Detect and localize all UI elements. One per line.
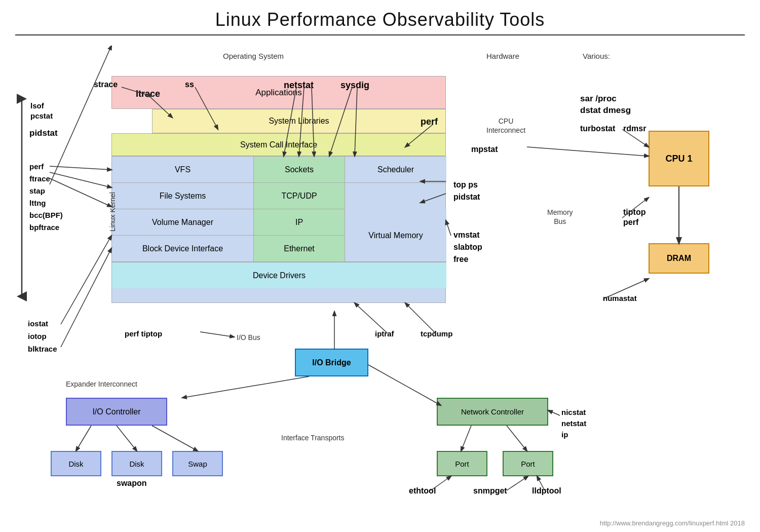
vfs-layer: VFS [112,157,254,183]
strace-label: strace [94,80,118,89]
svg-line-22 [76,426,91,451]
lsof-label: lsof [30,101,44,110]
sysdig-label: sysdig [340,80,369,91]
cpu-interconnect-label: CPUInterconnect [486,117,525,135]
disk1-box: Disk [51,451,101,476]
tcpudp-layer: TCP/UDP [254,183,345,209]
applications-layer: Applications [111,76,446,109]
lttng-label: lttng [29,199,46,207]
svg-line-24 [152,426,198,451]
interface-transports-label: Interface Transports [281,434,345,442]
perf-right-label: perf [421,117,438,127]
perf-tiptop-label: perf tiptop [125,329,162,338]
system-libraries-layer: System Libraries [152,109,446,133]
svg-line-25 [368,365,441,405]
top-ps-label: top ps [453,180,478,189]
svg-line-29 [405,303,436,333]
swap-box: Swap [172,451,223,476]
blktrace-label: blktrace [28,345,57,353]
numastat-label: numastat [603,294,637,302]
ip-bottom-label: ip [561,430,568,439]
svg-line-19 [200,332,234,337]
bcc-label: bcc(BPF) [29,211,63,219]
url-text: http://www.brendangregg.com/linuxperf.ht… [600,519,745,527]
dram-box: DRAM [649,243,709,274]
perf-left-label: perf [29,162,44,171]
virtual-memory-layer: Virtual Memory [345,209,446,262]
slabtop-label: slabtop [453,243,482,252]
vmstat-label: vmstat [453,231,480,240]
pcstat-label: pcstat [30,111,53,120]
svg-line-28 [355,303,388,333]
svg-line-30 [548,410,560,415]
sockets-layer: Sockets [254,157,345,183]
svg-line-15 [50,172,111,187]
lldptool-label: lldptool [532,486,561,496]
netstat-label: netstat [284,80,314,91]
network-controller-box: Network Controller [437,398,548,426]
ltrace-label: ltrace [136,89,160,99]
cpu-box: CPU 1 [649,131,709,186]
port2-box: Port [503,451,553,476]
perf-hw-label: perf [623,218,638,227]
ethernet-layer: Ethernet [254,236,345,262]
scheduler-layer: Scheduler [345,157,446,183]
syscall-layer: System Call Interface [111,133,446,156]
iotop-label: iotop [28,332,47,340]
stap-label: stap [29,186,45,195]
hardware-label: Hardware [486,52,519,60]
ip-layer: IP [254,209,345,236]
iptraf-label: iptraf [375,329,394,338]
ftrace-label: ftrace [29,174,50,183]
expander-interconnect-label: Expander Interconnect [66,380,137,388]
port1-box: Port [437,451,487,476]
mpstat-label: mpstat [471,145,498,154]
volume-manager-layer: Volume Manager [112,209,254,236]
pidstat-top-label: pidstat [29,128,58,138]
svg-line-23 [117,426,137,451]
svg-line-37 [507,476,528,490]
kernel-area: VFS File Systems Volume Manager Block De… [111,156,446,303]
sar-proc-label: sar /proc [580,94,617,104]
page-title: Linux Performance Observability Tools [0,0,760,34]
svg-line-10 [527,147,649,156]
perf-scale-arrow [14,94,29,301]
various-label: Various: [583,52,610,60]
bpftrace-label: bpftrace [29,223,59,232]
ethtool-label: ethtool [409,486,436,496]
rdmsr-label: rdmsr [623,124,646,133]
tcpdump-label: tcpdump [421,329,452,338]
os-label: Operating System [223,52,284,60]
netstat-bottom-label: netstat [561,419,586,428]
free-label: free [453,255,468,264]
pidstat-right-label: pidstat [453,193,480,202]
svg-line-26 [461,426,471,451]
svg-line-18 [61,236,111,324]
filesystem-layer: File Systems [112,183,254,209]
iostat-label: iostat [28,319,48,328]
disk2-box: Disk [111,451,162,476]
swapon-label: swapon [117,479,147,488]
svg-line-14 [50,166,111,170]
svg-line-13 [446,220,451,236]
svg-line-35 [61,248,111,347]
turbostat-label: turbostat [580,124,615,133]
svg-line-27 [507,426,527,451]
io-bus-label: I/O Bus [237,333,260,341]
io-bridge-box: I/O Bridge [295,349,368,376]
svg-line-21 [182,376,309,398]
ss-label: ss [185,80,194,89]
dstat-label: dstat dmesg [580,105,631,116]
memory-bus-label: MemoryBus [547,208,573,226]
nicstat-label: nicstat [561,408,586,416]
block-device-layer: Block Device Interface [112,236,254,262]
io-controller-box: I/O Controller [66,398,167,426]
kernel-label: Linux Kernel [108,192,117,232]
tiptop-label: tiptop [623,208,645,217]
svg-line-17 [50,46,111,184]
snmpget-label: snmpget [473,486,507,496]
svg-line-16 [50,178,111,207]
device-drivers-layer: Device Drivers [112,262,446,288]
